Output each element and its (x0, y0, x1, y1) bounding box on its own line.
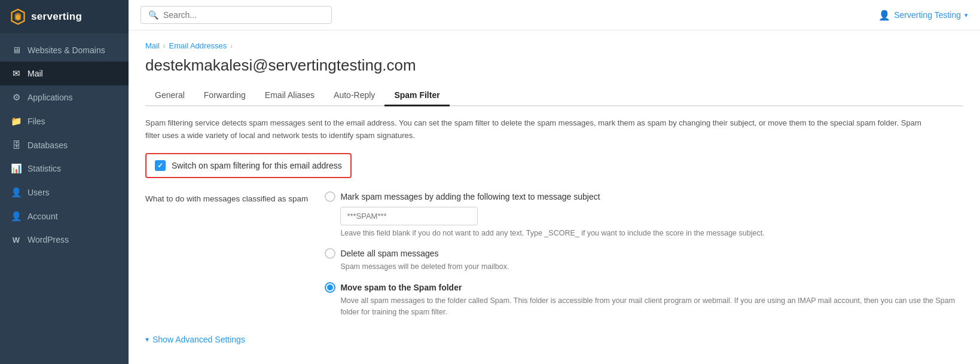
spam-options: What to do with messages classified as s… (145, 191, 963, 318)
sidebar-item-label: Mail (28, 69, 43, 78)
spam-options-content: Mark spam messages by adding the followi… (325, 191, 963, 318)
sidebar-nav: 🖥 Websites & Domains ✉ Mail ⚙ Applicatio… (0, 33, 129, 256)
files-icon: 📁 (11, 116, 22, 127)
sidebar-item-label: Applications (28, 93, 73, 102)
websites-icon: 🖥 (11, 45, 22, 55)
breadcrumb: Mail › Email Addresses › (145, 41, 963, 50)
applications-icon: ⚙ (11, 92, 22, 103)
sidebar-item-label: Account (28, 212, 58, 221)
sidebar-item-applications[interactable]: ⚙ Applications (0, 85, 129, 109)
sidebar-item-statistics[interactable]: 📊 Statistics (0, 157, 129, 181)
sidebar-item-files[interactable]: 📁 Files (0, 109, 129, 133)
page-title: destekmakalesi@servertingtesting.com (145, 56, 963, 75)
sidebar-item-label: Databases (28, 140, 68, 150)
sidebar-item-label: Users (28, 188, 50, 197)
tab-auto-reply[interactable]: Auto-Reply (324, 85, 384, 106)
advanced-settings-link[interactable]: ▾ Show Advanced Settings (145, 335, 963, 344)
logo-icon (10, 8, 26, 25)
spam-toggle-row[interactable]: Switch on spam filtering for this email … (145, 153, 352, 178)
sidebar-item-mail[interactable]: ✉ Mail (0, 62, 129, 85)
sidebar-item-label: Statistics (28, 164, 61, 173)
spam-option-delete-row[interactable]: Delete all spam messages (325, 248, 963, 259)
breadcrumb-separator: › (163, 42, 166, 50)
account-icon: 👤 (11, 211, 22, 222)
tab-general[interactable]: General (145, 85, 194, 106)
tab-spam-filter[interactable]: Spam Filter (384, 85, 449, 106)
breadcrumb-mail[interactable]: Mail (145, 41, 160, 50)
spam-option-delete-sublabel: Spam messages will be deleted from your … (340, 261, 963, 273)
spam-filter-checkbox[interactable] (155, 160, 166, 171)
tab-email-aliases[interactable]: Email Aliases (255, 85, 324, 106)
logo-text: serverting (31, 11, 82, 23)
tab-forwarding[interactable]: Forwarding (194, 85, 255, 106)
spam-option-mark-sublabel: Leave this field blank if you do not wan… (340, 228, 963, 239)
breadcrumb-separator-2: › (230, 42, 233, 50)
svg-marker-2 (16, 15, 20, 20)
users-icon: 👤 (11, 187, 22, 198)
spam-option-move-sublabel: Move all spam messages to the folder cal… (340, 295, 963, 318)
spam-option-mark-label: Mark spam messages by adding the followi… (340, 192, 600, 201)
spam-option-move: Move spam to the Spam folder Move all sp… (325, 282, 963, 318)
main: 🔍 👤 Serverting Testing ▾ Mail › Email Ad… (129, 0, 980, 364)
spam-filter-description: Spam filtering service detects spam mess… (145, 117, 923, 142)
sidebar-item-databases[interactable]: 🗄 Databases (0, 133, 129, 157)
user-info[interactable]: 👤 Serverting Testing ▾ (878, 10, 968, 21)
sidebar-item-wordpress[interactable]: W WordPress (0, 228, 129, 251)
spam-option-delete-radio[interactable] (325, 248, 335, 259)
spam-option-mark: Mark spam messages by adding the followi… (325, 191, 963, 239)
search-box[interactable]: 🔍 (141, 6, 332, 24)
mail-icon: ✉ (11, 68, 22, 79)
spam-option-move-row[interactable]: Move spam to the Spam folder (325, 282, 963, 293)
statistics-icon: 📊 (11, 163, 22, 174)
topbar: 🔍 👤 Serverting Testing ▾ (129, 0, 980, 30)
spam-option-move-label: Move spam to the Spam folder (340, 283, 462, 292)
spam-toggle-label: Switch on spam filtering for this email … (172, 161, 342, 170)
tabs: General Forwarding Email Aliases Auto-Re… (145, 85, 963, 106)
sidebar-item-label: Websites & Domains (28, 45, 105, 55)
what-to-do-label: What to do with messages classified as s… (145, 191, 308, 318)
content-area: Mail › Email Addresses › destekmakalesi@… (129, 30, 980, 364)
sidebar-item-users[interactable]: 👤 Users (0, 181, 129, 204)
sidebar-item-websites[interactable]: 🖥 Websites & Domains (0, 38, 129, 62)
search-input[interactable] (163, 10, 324, 20)
sidebar-item-label: WordPress (28, 235, 69, 244)
spam-option-move-radio[interactable] (325, 282, 335, 293)
spam-option-delete-label: Delete all spam messages (340, 249, 438, 258)
databases-icon: 🗄 (11, 140, 22, 150)
sidebar: serverting 🖥 Websites & Domains ✉ Mail ⚙… (0, 0, 129, 364)
sidebar-logo: serverting (0, 0, 129, 33)
breadcrumb-email-addresses[interactable]: Email Addresses (169, 41, 227, 50)
user-label: Serverting Testing (894, 10, 961, 20)
sidebar-item-account[interactable]: 👤 Account (0, 204, 129, 228)
user-avatar-icon: 👤 (878, 10, 890, 21)
chevron-down-icon: ▾ (964, 11, 968, 19)
spam-option-mark-radio[interactable] (325, 191, 335, 202)
wordpress-icon: W (11, 235, 22, 244)
spam-option-delete: Delete all spam messages Spam messages w… (325, 248, 963, 273)
chevron-down-icon: ▾ (145, 335, 149, 344)
spam-option-mark-row[interactable]: Mark spam messages by adding the followi… (325, 191, 963, 202)
advanced-settings-label: Show Advanced Settings (152, 335, 245, 344)
sidebar-item-label: Files (28, 117, 45, 126)
search-icon: 🔍 (148, 10, 158, 20)
spam-subject-input[interactable] (340, 207, 478, 225)
